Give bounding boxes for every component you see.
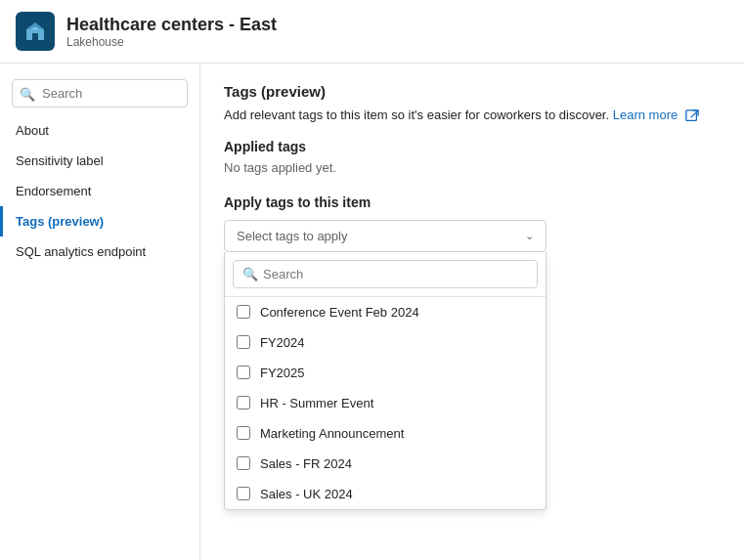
tags-dropdown-panel: 🔍 Conference Event Feb 2024 FY2024 FY202 bbox=[224, 252, 547, 510]
dropdown-item-marketing[interactable]: Marketing Announcement bbox=[225, 418, 546, 449]
dropdown-search-container: 🔍 bbox=[225, 252, 546, 297]
dropdown-item-conf-event[interactable]: Conference Event Feb 2024 bbox=[225, 297, 546, 327]
checkbox-hr-summer[interactable] bbox=[237, 396, 250, 409]
dropdown-item-label: Conference Event Feb 2024 bbox=[260, 305, 419, 320]
section-description: Add relevant tags to this item so it's e… bbox=[224, 108, 721, 123]
dropdown-search-input[interactable] bbox=[233, 260, 538, 288]
sidebar-item-tags-preview[interactable]: Tags (preview) bbox=[0, 206, 199, 237]
checkbox-sales-uk[interactable] bbox=[237, 487, 250, 500]
checkbox-conf-event[interactable] bbox=[237, 305, 250, 319]
dropdown-item-label: FY2025 bbox=[260, 366, 305, 380]
sidebar: 🔍 About Sensitivity label Endorsement Ta… bbox=[0, 64, 200, 560]
page-title: Healthcare centers - East bbox=[66, 15, 277, 35]
dropdown-search-icon: 🔍 bbox=[242, 267, 258, 281]
main-layout: 🔍 About Sensitivity label Endorsement Ta… bbox=[0, 64, 744, 560]
dropdown-item-hr-summer[interactable]: HR - Summer Event bbox=[225, 388, 546, 418]
app-header: Healthcare centers - East Lakehouse bbox=[0, 0, 744, 64]
search-icon: 🔍 bbox=[20, 86, 35, 101]
learn-more-link[interactable]: Learn more bbox=[613, 108, 699, 122]
dropdown-item-fy2024[interactable]: FY2024 bbox=[225, 327, 546, 358]
sidebar-item-endorsement[interactable]: Endorsement bbox=[0, 176, 199, 206]
header-text: Healthcare centers - East Lakehouse bbox=[66, 15, 277, 49]
dropdown-item-label: Sales - FR 2024 bbox=[260, 456, 352, 471]
sidebar-search-container: 🔍 bbox=[12, 79, 188, 108]
app-icon bbox=[16, 12, 55, 51]
dropdown-item-sales-uk[interactable]: Sales - UK 2024 bbox=[225, 479, 546, 509]
dropdown-item-label: Sales - UK 2024 bbox=[260, 487, 353, 501]
main-content: Tags (preview) Add relevant tags to this… bbox=[200, 64, 744, 560]
checkbox-fy2025[interactable] bbox=[237, 366, 250, 379]
dropdown-item-fy2025[interactable]: FY2025 bbox=[225, 358, 546, 388]
sidebar-item-about[interactable]: About bbox=[0, 115, 199, 146]
no-tags-text: No tags applied yet. bbox=[224, 160, 721, 175]
dropdown-item-label: FY2024 bbox=[260, 335, 305, 350]
dropdown-item-sales-fr[interactable]: Sales - FR 2024 bbox=[225, 449, 546, 479]
page-subtitle: Lakehouse bbox=[66, 35, 277, 49]
external-link-icon bbox=[685, 109, 699, 123]
tags-dropdown-container: Select tags to apply ⌄ 🔍 Conference Even… bbox=[224, 220, 547, 252]
dropdown-item-label: HR - Summer Event bbox=[260, 396, 373, 410]
dropdown-item-label: Marketing Announcement bbox=[260, 426, 404, 441]
sidebar-search-input[interactable] bbox=[12, 79, 188, 108]
apply-tags-label: Apply tags to this item bbox=[224, 194, 721, 210]
sidebar-item-sensitivity-label[interactable]: Sensitivity label bbox=[0, 146, 199, 176]
dropdown-list: Conference Event Feb 2024 FY2024 FY2025 … bbox=[225, 297, 546, 509]
checkbox-sales-fr[interactable] bbox=[237, 456, 250, 470]
applied-tags-label: Applied tags bbox=[224, 139, 721, 154]
svg-rect-1 bbox=[32, 33, 38, 40]
dropdown-placeholder: Select tags to apply bbox=[237, 229, 347, 243]
checkbox-marketing[interactable] bbox=[237, 426, 250, 440]
sidebar-item-sql-analytics[interactable]: SQL analytics endpoint bbox=[0, 237, 199, 267]
chevron-down-icon: ⌄ bbox=[525, 230, 534, 242]
tags-dropdown-trigger[interactable]: Select tags to apply ⌄ bbox=[224, 220, 547, 252]
svg-rect-2 bbox=[686, 109, 697, 120]
checkbox-fy2024[interactable] bbox=[237, 335, 250, 349]
section-title: Tags (preview) bbox=[224, 83, 721, 100]
